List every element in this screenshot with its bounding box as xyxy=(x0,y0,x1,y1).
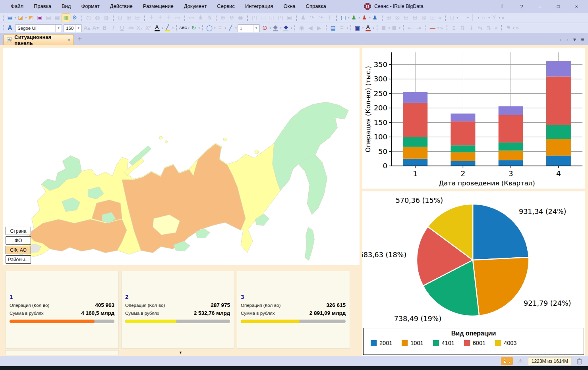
legend-item-4101[interactable]: 4101 xyxy=(433,340,455,346)
menu-item-4[interactable]: Действие xyxy=(105,0,138,13)
text-color-accent-dropdown-icon[interactable]: ▾ xyxy=(373,27,374,30)
import-folder-icon[interactable]: ◩ xyxy=(27,13,35,22)
bar-segment-q3-series-purple[interactable] xyxy=(499,106,523,115)
font-size-combo-dropdown-icon[interactable]: ▾ xyxy=(75,25,81,32)
trash-icon[interactable] xyxy=(576,358,582,364)
scroll-down-indicator[interactable]: ▼ xyxy=(179,351,182,355)
menu-item-8[interactable]: Интеграция xyxy=(240,0,279,13)
font-panel-icon[interactable]: A xyxy=(6,24,14,33)
justify-text-icon[interactable]: ≡ xyxy=(337,24,346,33)
map-island-wrangel[interactable] xyxy=(255,150,259,154)
map-region-kamchatka-green[interactable] xyxy=(299,155,327,215)
tab-list-dropdown[interactable]: ▾ xyxy=(573,37,576,42)
bar-segment-q2-series-blue[interactable] xyxy=(451,161,475,166)
connector-line-style-icon[interactable]: — xyxy=(428,24,437,33)
bar-segment-q2-series-orange[interactable] xyxy=(451,152,475,161)
fill-style-alt-icon[interactable]: ◆ xyxy=(282,24,290,33)
menu-item-2[interactable]: Вид xyxy=(56,0,76,13)
map-region-sakhalin[interactable] xyxy=(305,227,314,260)
more-overflow[interactable]: » xyxy=(437,13,443,22)
warning-icon[interactable]: ⚠ xyxy=(518,358,523,365)
tab-close-icon[interactable]: × xyxy=(67,37,70,43)
close-button[interactable]: × xyxy=(567,4,586,10)
justify-text-dropdown-icon[interactable]: ▾ xyxy=(346,27,348,30)
bar-segment-q1-series-green[interactable] xyxy=(403,137,427,147)
russia-map[interactable] xyxy=(3,48,360,265)
more-overflow-5[interactable]: » xyxy=(514,24,520,33)
more-overflow-2[interactable]: » xyxy=(500,13,506,22)
map-level-button-2[interactable]: СФ; АО xyxy=(6,246,31,254)
kpi-card-2[interactable]: 2Операция (Кол-во)287 975Сумма в рублях2… xyxy=(121,271,234,349)
bar-segment-q1-series-blue[interactable] xyxy=(403,159,427,166)
text-color-accent-icon[interactable]: A xyxy=(364,24,372,33)
kpi-card-3[interactable]: 3Операция (Кол-во)326 615Сумма в рублях2… xyxy=(237,271,350,349)
kpi-card-1[interactable]: 1Операция (Кол-во)405 963Сумма в рублях4… xyxy=(6,271,119,349)
font-family-combo[interactable]: Segoe UI▾ xyxy=(15,24,62,32)
menu-item-10[interactable]: Справка xyxy=(301,0,331,13)
legend-item-4003[interactable]: 4003 xyxy=(495,340,516,346)
numbered-list-dropdown-icon[interactable]: ▾ xyxy=(399,27,400,30)
minimize-button[interactable]: – xyxy=(531,4,549,10)
menu-item-0[interactable]: Файл xyxy=(6,0,29,13)
font-family-combo-dropdown-icon[interactable]: ▾ xyxy=(55,25,62,32)
map-level-button-1[interactable]: ФО xyxy=(6,236,31,245)
help-button[interactable]: ? xyxy=(513,4,531,10)
tab-scroll-right[interactable]: › xyxy=(567,37,568,42)
maximize-button[interactable]: □ xyxy=(549,4,567,9)
bar-segment-q4-series-purple[interactable] xyxy=(546,61,571,76)
save-icon[interactable]: ▣ xyxy=(35,13,44,22)
menu-item-6[interactable]: Документ xyxy=(179,0,212,13)
line-width-combo[interactable]: 1▾ xyxy=(238,24,260,32)
map-level-button-3[interactable]: Районы... xyxy=(6,255,31,264)
open-document-icon[interactable]: ◪ xyxy=(16,13,25,22)
tab-situation-panel[interactable]: Ситуационная панель × xyxy=(3,34,74,45)
bar-segment-q2-series-green[interactable] xyxy=(451,145,475,152)
menu-item-3[interactable]: Формат xyxy=(76,0,104,13)
fill-style-alt-dropdown-icon[interactable]: ▾ xyxy=(291,27,292,30)
refresh-data-icon[interactable]: ↻ xyxy=(190,24,198,33)
messages-button[interactable] xyxy=(501,357,513,365)
pen-style-dropdown-icon[interactable]: ▾ xyxy=(235,27,237,30)
map-island-2[interactable] xyxy=(165,141,168,143)
more-overflow-4[interactable]: » xyxy=(493,24,499,33)
highlight-color-icon[interactable]: ╱ xyxy=(163,24,172,33)
tab-menu[interactable]: ≡ xyxy=(581,37,584,42)
new-document-icon[interactable]: ▤ xyxy=(6,13,14,22)
bar-segment-q2-series-purple[interactable] xyxy=(451,114,475,121)
theme-toggle-button[interactable]: ☾ xyxy=(494,3,513,10)
menu-item-1[interactable]: Правка xyxy=(29,0,56,13)
line-width-combo-dropdown-icon[interactable]: ▾ xyxy=(253,25,259,32)
bar-segment-q4-series-red[interactable] xyxy=(546,77,571,125)
selection-marker-icon[interactable]: ▣ xyxy=(353,24,362,33)
legend-item-1001[interactable]: 1001 xyxy=(402,340,423,346)
font-size-combo[interactable]: 150▾ xyxy=(64,24,82,32)
spellcheck-icon[interactable]: ABC xyxy=(179,24,188,33)
menu-item-7[interactable]: Сервис xyxy=(212,0,240,13)
more-overflow-3[interactable]: » xyxy=(439,24,444,33)
bar-segment-q1-series-red[interactable] xyxy=(403,103,427,137)
no-border-style-icon[interactable]: ∅ xyxy=(261,24,269,33)
person-red-tool-icon[interactable]: ♟ xyxy=(360,13,369,22)
bar-segment-q2-series-red[interactable] xyxy=(451,121,475,146)
fill-style-icon[interactable]: ◆ xyxy=(271,24,280,33)
bar-segment-q4-series-blue[interactable] xyxy=(546,156,571,166)
legend-item-6001[interactable]: 6001 xyxy=(464,340,485,346)
legend-item-2001[interactable]: 2001 xyxy=(371,340,392,346)
memory-usage[interactable]: 1223М из 1614М xyxy=(528,357,572,365)
menu-item-9[interactable]: Окна xyxy=(278,0,300,13)
bar-segment-q1-series-orange[interactable] xyxy=(403,147,427,159)
bar-segment-q3-series-orange[interactable] xyxy=(499,150,523,160)
person-green-tool-icon[interactable]: ♟ xyxy=(350,13,358,22)
map-island-1[interactable] xyxy=(159,136,162,139)
bar-segment-q4-series-green[interactable] xyxy=(546,125,571,139)
bar-segment-q4-series-orange[interactable] xyxy=(546,139,571,156)
highlight-color-dropdown-icon[interactable]: ▾ xyxy=(172,27,174,30)
data-source-status-icon[interactable]: ▥ xyxy=(62,13,70,22)
bar-segment-q1-series-purple[interactable] xyxy=(403,92,427,103)
map-level-button-0[interactable]: Страна xyxy=(6,227,31,235)
tab-scroll-left[interactable]: ‹ xyxy=(559,37,561,42)
bar-segment-q3-series-red[interactable] xyxy=(499,115,523,143)
refresh-data-dropdown-icon[interactable]: ▾ xyxy=(199,27,200,30)
ellipse-style-icon[interactable]: ◯ xyxy=(205,24,214,33)
select-rect-tool-icon[interactable]: ▢ xyxy=(339,13,348,22)
